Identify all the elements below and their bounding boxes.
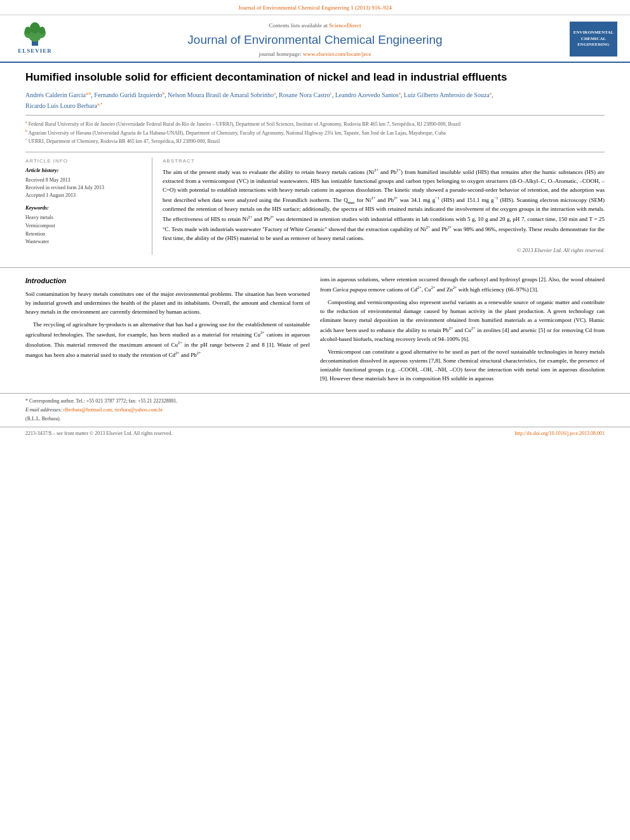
article-info-column: ARTICLE INFO Article history: Received 8… (25, 157, 152, 255)
author-4: Rosane Nora Castro (279, 92, 330, 99)
author-2: Fernando Guridi Izquierdo (94, 92, 162, 99)
top-bar: Journal of Environmental Chemical Engine… (0, 0, 630, 15)
journal-center-info: Contents lists available at ScienceDirec… (187, 22, 442, 58)
abstract-label: ABSTRACT (163, 157, 605, 164)
abstract-text: The aim of the present study was to eval… (163, 167, 605, 243)
received-date: Received 8 May 2013 (25, 177, 144, 184)
svg-point-6 (39, 27, 45, 34)
article-history: Article history: Received 8 May 2013 Rec… (25, 167, 144, 199)
keyword-4: Wastewater (25, 238, 144, 246)
keywords-title: Keywords: (25, 204, 144, 212)
homepage-url[interactable]: www.elsevier.com/locate/jece (303, 51, 371, 57)
keywords-list: Heavy metals Vermicompost Retention Wast… (25, 214, 144, 246)
author-7: Ricardo Luis Louro Berbara (25, 102, 97, 109)
keyword-3: Retention (25, 230, 144, 239)
revised-date: Received in revised form 24 July 2013 (25, 184, 144, 192)
two-column-section: ARTICLE INFO Article history: Received 8… (25, 152, 605, 255)
journal-homepage-line: journal homepage: www.elsevier.com/locat… (187, 50, 442, 58)
footnote-authors-note: (R.L.L. Berbara). (25, 415, 605, 423)
keywords-section: Keywords: Heavy metals Vermicompost Rete… (25, 204, 144, 246)
author-1: Andrés Calderín García (25, 92, 86, 99)
footnote-email-line: E-mail addresses: rlberbara@hotmail.com,… (25, 406, 605, 414)
contents-available: Contents lists available at ScienceDirec… (187, 22, 442, 30)
paper-title: Humified insoluble solid for efficient d… (25, 70, 605, 85)
affiliation-b: b Agrarian University of Havana (Univers… (25, 128, 605, 137)
introduction-heading: Introduction (25, 276, 310, 286)
keyword-1: Heavy metals (25, 214, 144, 222)
body-col-left: Introduction Soil contamination by heavy… (25, 276, 310, 387)
footnote-corresponding: * Corresponding author. Tel.: +55 021 37… (25, 397, 605, 405)
sciencedirect-link[interactable]: ScienceDirect (329, 22, 361, 29)
footnote-email-addresses[interactable]: rlberbara@hotmail.com, rierbara@yahoo.co… (64, 407, 163, 413)
issn-text: 2213-3437/$ – see front matter © 2013 El… (25, 430, 173, 437)
intro-para-4: Composting and vermicomposting also repr… (320, 298, 605, 344)
footnote-section: * Corresponding author. Tel.: +55 021 37… (0, 393, 630, 427)
svg-point-4 (30, 22, 40, 34)
citation-text: Journal of Environmental Chemical Engine… (238, 4, 392, 11)
author-6: Luiz Gilberto Ambrosio de Souza (404, 92, 490, 99)
intro-para-1: Soil contamination by heavy metals const… (25, 290, 310, 317)
intro-para-5: Vermicompost can constitute a good alter… (320, 348, 605, 383)
author-5: Leandro Azevedo Santos (335, 92, 399, 99)
affiliation-a: a Federal Rural University of Rio de Jan… (25, 119, 605, 128)
accepted-date: Accepted 1 August 2013 (25, 192, 144, 199)
main-body-section: Introduction Soil contamination by heavy… (0, 267, 630, 393)
copyright-text: © 2013 Elsevier Ltd. All rights reserved… (163, 247, 605, 255)
journal-logo-right: ENVIRONMENTALCHEMICALENGINEERING (570, 22, 617, 57)
keyword-2: Vermicompost (25, 222, 144, 230)
affiliations-block: a Federal Rural University of Rio de Jan… (25, 115, 605, 145)
intro-para-3: ions in aqueous solutions, where retenti… (320, 276, 605, 295)
elsevier-tree-icon (19, 22, 51, 46)
journal-header: ELSEVIER Contents lists available at Sci… (0, 15, 630, 63)
author-3: Nelson Moura Brasil de Amaral Sobrinho (168, 92, 274, 99)
abstract-column: ABSTRACT The aim of the present study wa… (163, 157, 605, 255)
paper-container: Humified insoluble solid for efficient d… (0, 63, 630, 267)
elsevier-brand-text: ELSEVIER (18, 47, 52, 55)
body-col-right: ions in aqueous solutions, where retenti… (320, 276, 605, 387)
bottom-bar: 2213-3437/$ – see front matter © 2013 El… (0, 427, 630, 439)
intro-para-2: The recycling of agriculture by-products… (25, 321, 310, 360)
article-info-label: ARTICLE INFO (25, 157, 144, 164)
history-title: Article history: (25, 167, 144, 175)
doi-link[interactable]: http://dx.doi.org/10.1016/j.jece.2013.08… (515, 430, 605, 437)
affiliation-c: c UFRRJ, Department of Chemistry, Rodovi… (25, 137, 605, 145)
elsevier-logo: ELSEVIER (13, 22, 57, 57)
journal-title-header: Journal of Environmental Chemical Engine… (187, 32, 442, 49)
svg-point-5 (25, 27, 31, 34)
authors-line: Andrés Calderín Garcíaa,b, Fernando Guri… (25, 90, 605, 111)
